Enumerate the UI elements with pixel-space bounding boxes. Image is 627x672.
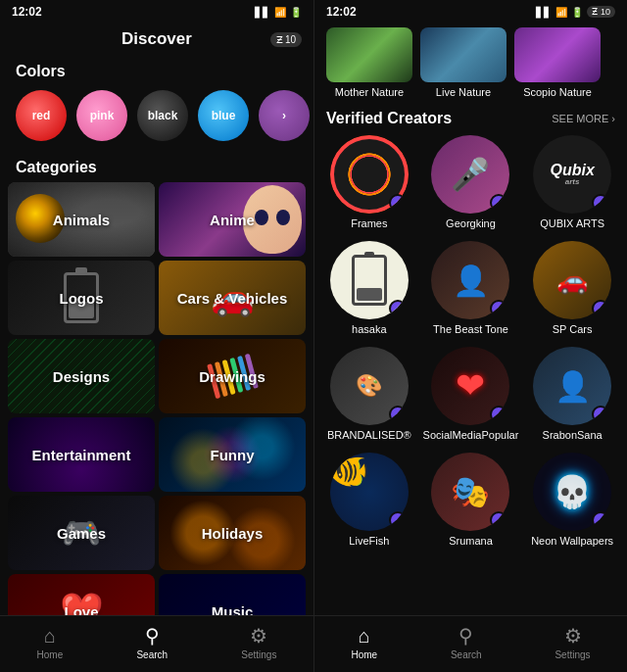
- right-home-icon: ⌂: [359, 625, 370, 648]
- creator-georgking[interactable]: 🎤 ✓ Georgking: [427, 135, 513, 229]
- creator-social-name: SocialMediaPopular: [423, 429, 519, 441]
- see-more-link[interactable]: SEE MORE ›: [552, 113, 615, 124]
- creators-row-1: ✓ Frames 🎤 ✓ Georgking Qubixarts ✓ QUBIX…: [318, 135, 623, 229]
- left-header: Discover 10: [0, 24, 314, 55]
- right-settings-icon: ⚙: [564, 624, 582, 648]
- creators-scroll: ✓ Frames 🎤 ✓ Georgking Qubixarts ✓ QUBIX…: [314, 135, 627, 615]
- qubix-verified-badge: ✓: [592, 194, 609, 212]
- right-zbadge: Ƶ 10: [587, 6, 615, 18]
- creator-livefish-name: LiveFish: [349, 535, 389, 547]
- creator-spcars-avatar: 🚗 ✓: [533, 241, 611, 319]
- right-panel: 12:02 ▋▋ 📶 🔋 Ƶ 10 Mother Nature Live Nat…: [314, 0, 627, 672]
- beast-emoji: 👤: [453, 264, 489, 298]
- left-search-icon: ⚲: [145, 624, 160, 648]
- battery-level: [357, 288, 382, 301]
- creator-qubix[interactable]: Qubixarts ✓ QUBIX ARTS: [529, 135, 615, 229]
- right-nav-search[interactable]: ⚲ Search: [451, 624, 482, 660]
- right-search-icon: ⚲: [458, 624, 473, 648]
- color-pink[interactable]: pink: [76, 90, 127, 141]
- category-music-label: Music: [212, 603, 254, 616]
- category-music[interactable]: Music: [159, 574, 306, 615]
- creator-spcars[interactable]: 🚗 ✓ SP Cars: [529, 241, 615, 335]
- category-holidays[interactable]: Holidays: [159, 496, 306, 570]
- category-anime[interactable]: Anime: [159, 182, 306, 257]
- creators-row-4: 🐠 ✓ LiveFish 🎭 ✓ Srumana 💀 ✓ Neon Wallpa…: [318, 453, 623, 547]
- frames-verified-badge: ✓: [389, 194, 407, 212]
- neon-skull-icon: 💀: [553, 473, 592, 510]
- creator-social[interactable]: ❤ ✓ SocialMediaPopular: [427, 347, 513, 441]
- category-love[interactable]: ❤️ Love: [8, 574, 155, 615]
- anime-eye-right: [276, 210, 290, 225]
- color-blue-label: blue: [212, 109, 236, 122]
- category-designs-label: Designs: [53, 368, 110, 385]
- category-games[interactable]: 🎮 Games: [8, 496, 155, 570]
- nature-mother[interactable]: Mother Nature: [326, 27, 412, 98]
- hasaka-battery: [352, 255, 387, 306]
- left-settings-label: Settings: [241, 649, 276, 660]
- livefish-icon: 🐠: [330, 454, 369, 489]
- anime-eyes: [255, 210, 290, 225]
- creator-branded-name: BRANDALISED®: [327, 429, 411, 441]
- creator-beast[interactable]: 👤 ✓ The Beast Tone: [427, 241, 513, 335]
- creator-hasaka[interactable]: ✓ hasaka: [326, 241, 412, 335]
- creator-livefish[interactable]: 🐠 ✓ LiveFish: [326, 453, 412, 547]
- spcars-icon: 🚗: [556, 265, 588, 296]
- category-cars[interactable]: 🚗 Cars & Vehicles: [159, 261, 306, 335]
- left-status-icons: ▋▋ 📶 🔋: [255, 7, 302, 18]
- category-animals-label: Animals: [53, 212, 110, 228]
- right-wifi-icon: 📶: [555, 7, 567, 18]
- right-nav-settings[interactable]: ⚙ Settings: [555, 624, 590, 660]
- creator-hasaka-avatar: ✓: [330, 241, 409, 319]
- anime-eye-left: [255, 210, 268, 225]
- creator-neon-avatar: 💀 ✓: [533, 453, 611, 531]
- z-coins-badge[interactable]: 10: [270, 32, 302, 47]
- nature-live[interactable]: Live Nature: [420, 27, 506, 98]
- color-black[interactable]: black: [137, 90, 188, 141]
- creator-branded[interactable]: 🎨 ✓ BRANDALISED®: [326, 347, 412, 441]
- right-status-icons: ▋▋ 📶 🔋 Ƶ 10: [536, 6, 615, 18]
- category-designs[interactable]: Designs: [8, 339, 155, 413]
- mother-nature-label: Mother Nature: [335, 86, 404, 98]
- srumana-icon: 🎭: [451, 473, 490, 510]
- creator-georgking-avatar: 🎤 ✓: [431, 135, 509, 214]
- live-nature-label: Live Nature: [436, 86, 491, 98]
- right-signal-icon: ▋▋: [536, 7, 552, 18]
- category-animals[interactable]: Animals: [8, 182, 155, 257]
- nature-scopio[interactable]: Scopio Nature: [514, 27, 601, 98]
- category-entertainment[interactable]: Entertainment: [8, 417, 155, 492]
- battery-cap: [364, 252, 374, 256]
- left-nav-search[interactable]: ⚲ Search: [136, 624, 168, 660]
- creator-frames-avatar: ✓: [330, 135, 409, 214]
- creator-srabon[interactable]: 👤 ✓ SrabonSana: [529, 347, 615, 441]
- scopio-nature-label: Scopio Nature: [523, 86, 592, 98]
- left-home-label: Home: [37, 649, 64, 660]
- creator-beast-avatar: 👤 ✓: [431, 241, 509, 319]
- right-nav-home[interactable]: ⌂ Home: [351, 625, 377, 660]
- left-nav-settings[interactable]: ⚙ Settings: [241, 624, 276, 660]
- colors-section-label: Colors: [0, 55, 314, 86]
- discover-title: Discover: [121, 29, 192, 49]
- creator-spcars-name: SP Cars: [553, 323, 593, 335]
- social-verified-badge: ✓: [490, 406, 507, 423]
- color-more[interactable]: ›: [259, 90, 310, 141]
- right-battery-icon: 🔋: [571, 7, 583, 18]
- creator-frames[interactable]: ✓ Frames: [326, 135, 412, 229]
- category-drawings[interactable]: Drawings: [159, 339, 306, 413]
- creator-georgking-name: Georgking: [446, 217, 496, 229]
- category-entertainment-label: Entertainment: [32, 447, 131, 463]
- left-nav-home[interactable]: ⌂ Home: [37, 625, 64, 660]
- branded-icon: 🎨: [356, 373, 382, 399]
- category-logos[interactable]: Logos: [8, 261, 155, 335]
- category-funny[interactable]: Funny: [159, 417, 306, 492]
- right-status-bar: 12:02 ▋▋ 📶 🔋 Ƶ 10: [314, 0, 627, 24]
- battery-icon: 🔋: [290, 7, 302, 18]
- left-settings-icon: ⚙: [250, 624, 267, 648]
- color-red[interactable]: red: [16, 90, 67, 141]
- social-icon: ❤: [456, 365, 485, 407]
- creator-neon[interactable]: 💀 ✓ Neon Wallpapers: [529, 453, 615, 547]
- left-status-time: 12:02: [12, 5, 42, 19]
- nature-row: Mother Nature Live Nature Scopio Nature: [314, 24, 627, 106]
- creator-srumana[interactable]: 🎭 ✓ Srumana: [427, 453, 513, 547]
- category-logos-label: Logos: [60, 290, 104, 307]
- color-blue[interactable]: blue: [198, 90, 249, 141]
